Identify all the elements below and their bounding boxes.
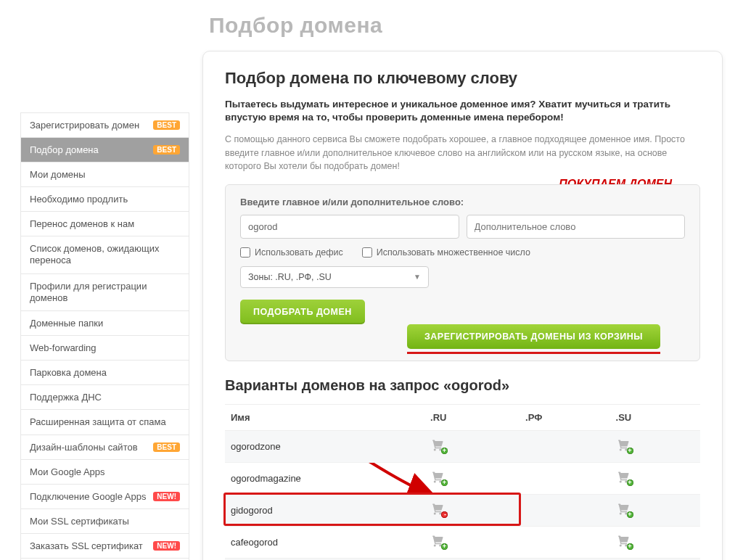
sidebar-item[interactable]: Подключение Google AppsNEW! xyxy=(20,485,189,509)
col-name: Имя xyxy=(225,404,424,430)
lead-text: Пытаетесь выдумать интересное и уникальн… xyxy=(225,98,700,124)
sidebar-item[interactable]: Мои SSL сертификаты xyxy=(20,509,189,534)
use-plural-checkbox[interactable]: Использовать множественное число xyxy=(362,247,530,258)
sidebar-item-label: Заказать SSL сертификат xyxy=(30,540,143,551)
col-ru: .RU xyxy=(424,404,520,430)
domain-name-cell: ogorodzone xyxy=(225,430,424,462)
variants-title: Варианты доменов на запрос «ogorod» xyxy=(225,377,700,394)
rf-cell xyxy=(520,526,609,558)
help-text: С помощью данного сервиса Вы сможете под… xyxy=(225,133,700,172)
table-row: ogorodzone xyxy=(225,430,700,462)
use-hyphen-label: Использовать дефис xyxy=(255,247,343,258)
sidebar-item[interactable]: Web-forwarding xyxy=(20,336,189,361)
rf-cell xyxy=(520,462,609,494)
add-to-cart-icon[interactable] xyxy=(430,535,445,548)
sidebar-item[interactable]: Зарегистрировать доменBEST xyxy=(20,113,189,138)
add-to-cart-icon[interactable] xyxy=(616,439,631,452)
chevron-down-icon: ▼ xyxy=(414,273,421,281)
sidebar-item[interactable]: Парковка домена xyxy=(20,361,189,385)
badge-best: BEST xyxy=(153,120,180,130)
sidebar-item-label: Мои домены xyxy=(30,169,86,180)
use-hyphen-checkbox[interactable]: Использовать дефис xyxy=(240,247,343,258)
table-row: ogorodmagazine xyxy=(225,462,700,494)
sidebar-item[interactable]: Поддержка ДНС xyxy=(20,385,189,410)
su-cell xyxy=(610,526,700,558)
section-title: Подбор домена по ключевому слову xyxy=(225,69,700,88)
sidebar-item[interactable]: Перенос доменов к нам xyxy=(20,212,189,236)
sidebar-item-label: Расширенная защита от спама xyxy=(30,416,166,428)
sidebar-item-label: Необходимо продлить xyxy=(30,194,128,205)
sidebar-item[interactable]: Список доменов, ожидающих переноса xyxy=(20,236,189,274)
sidebar-item-label: Подбор домена xyxy=(30,144,99,155)
sidebar-item-label: Мои SSL сертификаты xyxy=(30,516,129,527)
add-to-cart-icon[interactable] xyxy=(616,471,631,484)
zones-select-label: Зоны: .RU, .РФ, .SU xyxy=(248,272,332,282)
badge-best: BEST xyxy=(153,145,180,155)
ru-cell xyxy=(424,526,520,558)
sidebar-item[interactable]: Мои Google Apps xyxy=(20,460,189,485)
sidebar-item-label: Дизайн-шаблоны сайтов xyxy=(30,442,138,453)
sidebar-item[interactable]: Расширенная защита от спама xyxy=(20,410,189,435)
form-label: Введите главное и/или дополнительное сло… xyxy=(240,197,685,207)
domain-name-cell: ogorodmagazine xyxy=(225,462,424,494)
sidebar-item-label: Мои Google Apps xyxy=(30,466,105,477)
sidebar-item-label: Перенос доменов к нам xyxy=(30,218,134,229)
domain-name-cell: cafeogorod xyxy=(225,526,424,558)
page-title: Подбор домена xyxy=(209,13,723,38)
add-to-cart-icon[interactable] xyxy=(430,439,445,452)
sidebar-item-label: Парковка домена xyxy=(30,367,107,378)
col-rf: .РФ xyxy=(520,404,609,430)
add-to-cart-icon[interactable] xyxy=(430,471,445,484)
register-from-cart-button[interactable]: ЗАРЕГИСТРИРОВАТЬ ДОМЕНЫ ИЗ КОРЗИНЫ xyxy=(407,324,660,349)
main-keyword-input[interactable] xyxy=(240,215,459,239)
ru-cell xyxy=(424,462,520,494)
table-row: gidogorod xyxy=(225,494,700,526)
domain-name-cell: gidogorod xyxy=(225,494,424,526)
annotation-underline xyxy=(407,352,660,354)
su-cell xyxy=(610,430,700,462)
sidebar-item-label: Зарегистрировать домен xyxy=(30,120,139,131)
sidebar-item[interactable]: Необходимо продлить xyxy=(20,187,189,212)
sidebar-item-label: Список доменов, ожидающих переноса xyxy=(30,243,180,267)
add-to-cart-icon[interactable] xyxy=(430,503,445,516)
col-su: .SU xyxy=(610,404,700,430)
sidebar-item-label: Web-forwarding xyxy=(30,342,97,353)
add-to-cart-icon[interactable] xyxy=(616,535,631,548)
ru-cell xyxy=(424,430,520,462)
badge-new: NEW! xyxy=(153,492,180,501)
sidebar-item[interactable]: Заказать SSL сертификатNEW! xyxy=(20,534,189,559)
add-to-cart-icon[interactable] xyxy=(616,503,631,516)
badge-best: BEST xyxy=(153,442,180,452)
sidebar-item-label: Подключение Google Apps xyxy=(30,491,147,502)
results-table: Имя .RU .РФ .SU ogorodzoneogorodmagazine… xyxy=(225,404,700,560)
sidebar-item-label: Доменные папки xyxy=(30,318,103,329)
su-cell xyxy=(610,494,700,526)
sidebar: Зарегистрировать доменBESTПодбор доменаB… xyxy=(20,112,189,560)
badge-new: NEW! xyxy=(153,541,180,551)
su-cell xyxy=(610,462,700,494)
ru-cell xyxy=(424,494,520,526)
sidebar-item[interactable]: Подбор доменаBEST xyxy=(20,138,189,162)
sidebar-item[interactable]: Доменные папки xyxy=(20,311,189,336)
table-row: cafeogorod xyxy=(225,526,700,558)
sidebar-item-label: Поддержка ДНС xyxy=(30,392,102,403)
main-card: Подбор домена по ключевому слову Пытаете… xyxy=(202,51,723,560)
search-form: Введите главное и/или дополнительное сло… xyxy=(225,184,700,361)
rf-cell xyxy=(520,430,609,462)
sidebar-item[interactable]: Профили для регистрации доменов xyxy=(20,274,189,312)
use-plural-label: Использовать множественное число xyxy=(377,247,530,258)
sidebar-item[interactable]: Дизайн-шаблоны сайтовBEST xyxy=(20,435,189,460)
zones-select[interactable]: Зоны: .RU, .РФ, .SU ▼ xyxy=(240,266,429,288)
rf-cell xyxy=(520,494,609,526)
sidebar-item-label: Профили для регистрации доменов xyxy=(30,281,180,305)
extra-keyword-input[interactable] xyxy=(467,215,686,239)
pick-domain-button[interactable]: ПОДОБРАТЬ ДОМЕН xyxy=(240,300,365,324)
sidebar-item[interactable]: Мои домены xyxy=(20,162,189,187)
